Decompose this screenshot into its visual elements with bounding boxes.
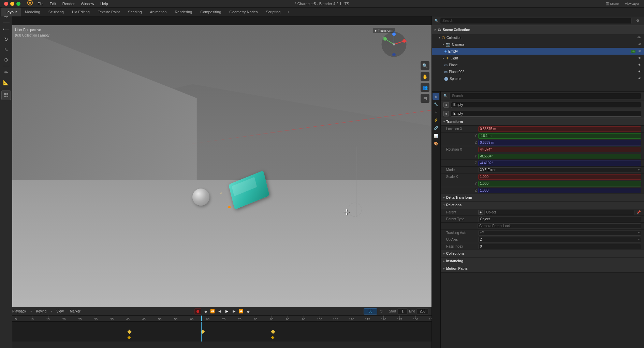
keyframe-bottom-1[interactable]	[127, 336, 131, 339]
collection-visibility[interactable]: 👁	[636, 35, 641, 40]
next-keyframe-button[interactable]: ⏩	[238, 308, 244, 315]
blender-menu[interactable]	[26, 0, 34, 8]
window-menu[interactable]: Window	[78, 0, 97, 8]
playhead[interactable]	[201, 316, 202, 321]
object-props-icon[interactable]: ◈	[433, 93, 439, 100]
tab-modeling[interactable]: Modeling	[21, 8, 44, 16]
keyframe-bottom-2[interactable]	[271, 336, 275, 339]
tab-animation[interactable]: Animation	[146, 8, 171, 16]
rotation-z-field[interactable]: -4.4102°	[478, 161, 641, 166]
object-icon-btn[interactable]: ◈	[443, 102, 449, 108]
next-frame-button[interactable]: ▶	[231, 308, 237, 315]
parent-pin[interactable]: 📌	[636, 210, 641, 215]
outliner-search-input[interactable]: Search	[440, 18, 632, 24]
scale-z-field[interactable]: 1.000	[478, 188, 641, 193]
help-menu[interactable]: Help	[98, 0, 111, 8]
parent-type-field[interactable]: Object	[478, 217, 641, 222]
pass-index-field[interactable]: 0	[478, 244, 641, 249]
tab-scripting[interactable]: Scripting	[262, 8, 284, 16]
camera-item[interactable]: ▸ 📷 Camera 👁	[432, 41, 644, 48]
prev-keyframe-button[interactable]: ⏪	[209, 308, 216, 315]
instancing-header[interactable]: ▸ Instancing	[441, 257, 644, 265]
transform-section-header[interactable]: ▾ Transform	[441, 118, 644, 126]
particles-props-icon[interactable]: ✦	[433, 109, 439, 115]
sphere-item[interactable]: ⬤ Sphere 👁	[432, 75, 644, 82]
camera-parent-lock-field[interactable]: Camera Parent Lock	[478, 223, 641, 229]
data-name-field[interactable]: Empty	[451, 111, 641, 117]
playback-menu[interactable]: Playback	[10, 308, 28, 315]
plane002-visibility[interactable]: 👁	[638, 70, 641, 73]
jump-end-button[interactable]: ⏭	[245, 308, 251, 315]
transform-widget-label[interactable]: ▸ Transform	[373, 28, 395, 33]
location-z-field[interactable]: 0.6369 m	[478, 140, 641, 145]
tab-rendering[interactable]: Rendering	[171, 8, 196, 16]
record-button[interactable]	[194, 308, 201, 315]
rotation-mode-select[interactable]: XYZ Euler ▾	[478, 167, 641, 173]
add-workspace-button[interactable]: +	[284, 8, 292, 16]
extra-tool[interactable]	[1, 91, 11, 100]
pan-tool[interactable]: ✋	[421, 72, 429, 81]
tab-compositing[interactable]: Compositing	[196, 8, 225, 16]
start-frame-input[interactable]: 1	[397, 308, 408, 315]
parent-icon[interactable]: ◈	[478, 210, 483, 215]
data-props-icon[interactable]: 📊	[433, 132, 439, 139]
camera-tool[interactable]: ⊞	[421, 94, 429, 103]
jump-start-button[interactable]: ⏮	[202, 308, 208, 315]
transform-tool[interactable]: ⊕	[1, 55, 11, 65]
nav-gizmo[interactable]: -Z X Y	[380, 31, 408, 58]
marker-menu[interactable]: Marker	[68, 308, 83, 315]
tab-texture-paint[interactable]: Texture Paint	[94, 8, 124, 16]
scale-y-field[interactable]: 1.000	[478, 181, 641, 186]
scale-x-field[interactable]: 1.000	[478, 174, 641, 180]
minimize-button[interactable]	[10, 2, 14, 6]
annotate-tool[interactable]: ✏	[1, 68, 11, 77]
keyframe-1[interactable]	[127, 330, 132, 334]
keying-menu[interactable]: Keying	[34, 308, 49, 315]
tab-layout[interactable]: Layout	[1, 8, 21, 16]
play-button[interactable]: ▶	[224, 308, 230, 315]
end-frame-input[interactable]: 250	[416, 308, 429, 315]
tab-sculpting[interactable]: Sculpting	[44, 8, 68, 16]
light-visibility[interactable]: 👁	[638, 56, 641, 60]
measure-tool[interactable]: 📐	[1, 78, 11, 87]
fps-button[interactable]: ⏱	[379, 309, 384, 314]
light-item[interactable]: ▸ ☀ Light 👁	[432, 55, 644, 61]
current-frame-input[interactable]: 63	[364, 308, 377, 315]
3d-viewport[interactable]: → ✛ -Z X Y 🔍	[12, 25, 431, 307]
rotation-x-field[interactable]: 44.374°	[478, 147, 641, 152]
close-button[interactable]	[4, 2, 8, 6]
modifier-props-icon[interactable]: 🔧	[433, 101, 439, 108]
timeline-ruler[interactable]: 0510152025303540455055606570758085909510…	[0, 316, 431, 322]
render-menu[interactable]: Render	[60, 0, 77, 8]
plane-item[interactable]: ▭ Plane 👁	[432, 61, 644, 68]
viewlayer-select[interactable]: ViewLayer	[623, 0, 641, 7]
empty-item[interactable]: ◈ Empty V₀ 👁	[432, 48, 644, 55]
object-name-field[interactable]: Empty	[451, 102, 641, 108]
file-menu[interactable]: File	[35, 0, 46, 8]
view-menu-tl[interactable]: View	[54, 308, 66, 315]
scene-collection-header[interactable]: ▸ 🗂 Scene Collection	[432, 25, 644, 34]
move-tool[interactable]: ⟵	[1, 24, 11, 34]
collections-header[interactable]: ▸ Collections	[441, 250, 644, 257]
keyframe-2[interactable]	[271, 330, 276, 334]
tab-uv-editing[interactable]: UV Editing	[68, 8, 94, 16]
properties-search-input[interactable]: Search	[450, 93, 641, 99]
plane-visibility[interactable]: 👁	[638, 63, 641, 67]
location-x-field[interactable]: 0.56875 m	[478, 126, 641, 132]
relations-section-header[interactable]: ▾ Relations	[441, 201, 644, 209]
rotation-y-field[interactable]: -8.5584°	[478, 154, 641, 159]
tab-geometry-nodes[interactable]: Geometry Nodes	[225, 8, 262, 16]
parent-field[interactable]: Object	[484, 210, 634, 215]
collection-item[interactable]: ▾ ⬡ Collection 👁	[432, 34, 644, 41]
constraints-props-icon[interactable]: 🔗	[433, 124, 439, 131]
motion-paths-header[interactable]: ▸ Motion Paths	[441, 265, 644, 273]
sphere-visibility[interactable]: 👁	[638, 77, 641, 80]
camera-visibility[interactable]: 👁	[638, 43, 641, 46]
prev-frame-button[interactable]: ◀	[217, 308, 223, 315]
data-icon-btn[interactable]: ◈	[443, 111, 449, 116]
delta-transform-header[interactable]: ▸ Delta Transform	[441, 194, 644, 201]
zoom-tool[interactable]: 🔍	[421, 61, 429, 70]
scene-select[interactable]: 🎬 Scene	[604, 0, 621, 7]
tracking-axis-select[interactable]: +Y ▾	[478, 230, 641, 236]
tab-shading[interactable]: Shading	[124, 8, 146, 16]
